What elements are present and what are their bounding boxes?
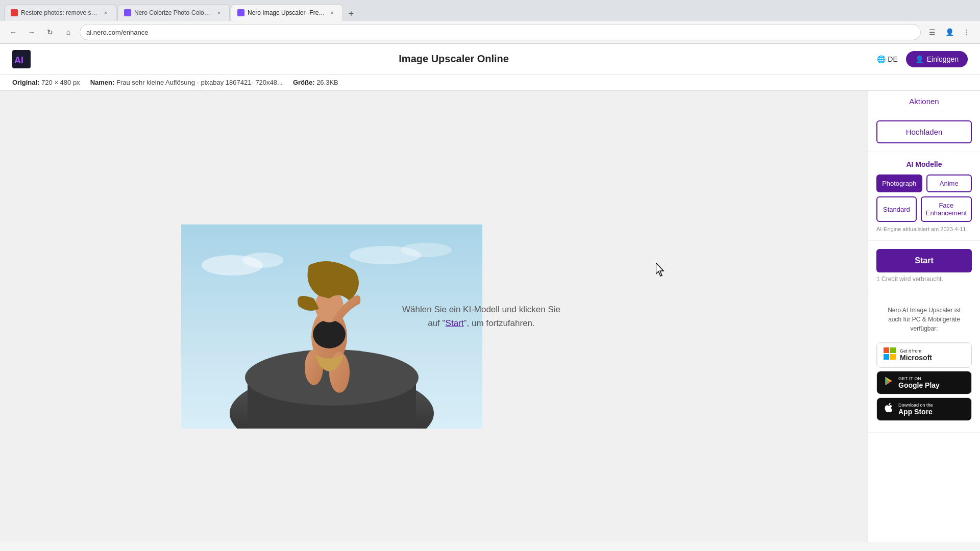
- google-play-icon: [883, 375, 894, 390]
- upload-section: Hochladen: [868, 112, 980, 152]
- browser-tab-3[interactable]: Nero Image Upscaler--Free Pho... ×: [231, 4, 343, 21]
- center-message-line1: Wählen Sie ein KI-Modell und klicken Sie: [402, 305, 560, 314]
- ai-models-title: AI Modelle: [876, 160, 972, 168]
- credit-note: 1 Credit wird verbraucht.: [876, 276, 972, 283]
- google-play-button[interactable]: GET IT ON Google Play: [876, 371, 972, 394]
- tab-close-2[interactable]: ×: [215, 9, 223, 17]
- svg-rect-18: [890, 354, 896, 360]
- center-message: Wählen Sie ein KI-Modell und klicken Sie…: [402, 303, 560, 330]
- profile-button[interactable]: 👤: [942, 25, 957, 39]
- language-button[interactable]: 🌐 DE: [877, 55, 897, 63]
- google-play-text: GET IT ON Google Play: [898, 376, 940, 389]
- size-label: Größe:: [293, 79, 315, 86]
- browser-chrome: Restore photos: remove scratch... × Nero…: [0, 0, 980, 44]
- tab-close-3[interactable]: ×: [328, 9, 336, 17]
- user-icon: 👤: [915, 55, 924, 63]
- main-content: Wählen Sie ein KI-Modell und klicken Sie…: [0, 91, 980, 542]
- login-button[interactable]: 👤 Einloggen: [906, 51, 968, 67]
- original-value: 720 × 480 px: [41, 79, 80, 86]
- extensions-button[interactable]: ☰: [925, 25, 939, 39]
- microsoft-store-small: Get it from: [900, 348, 932, 354]
- svg-rect-16: [890, 347, 896, 353]
- original-label: Original:: [12, 79, 39, 86]
- model-buttons-row2: Standard Face Enhancement: [876, 196, 972, 222]
- svg-point-13: [313, 320, 346, 348]
- app-title: Image Upscaler Online: [399, 53, 509, 65]
- model-face-enhancement-button[interactable]: Face Enhancement: [921, 196, 972, 222]
- tab-title-3: Nero Image Upscaler--Free Pho...: [248, 9, 325, 16]
- nero-logo-icon: AI: [12, 50, 31, 68]
- name-info: Namen: Frau sehr kleine Auflösung - pixa…: [90, 79, 283, 86]
- app-store-small: Download on the: [898, 403, 933, 408]
- microsoft-store-button[interactable]: Get it from Microsoft: [876, 342, 972, 368]
- browser-tab-2[interactable]: Nero Colorize Photo-Colorize Yo... ×: [117, 4, 230, 21]
- svg-rect-17: [884, 354, 889, 360]
- tab-favicon-2: [124, 9, 131, 16]
- reload-button[interactable]: ↻: [43, 25, 57, 39]
- app-store-inner: Download on the App Store: [877, 398, 971, 420]
- image-area: Wählen Sie ein KI-Modell und klicken Sie…: [0, 91, 868, 542]
- model-buttons-row1: Photograph Anime: [876, 174, 972, 192]
- logo-area: AI: [12, 50, 31, 68]
- back-button[interactable]: ←: [6, 25, 20, 39]
- svg-rect-15: [884, 347, 889, 353]
- tab-favicon-3: [237, 9, 244, 16]
- svg-point-12: [305, 349, 323, 385]
- mobile-promo-section: Nero AI Image Upscaler ist auch für PC &…: [868, 291, 980, 433]
- new-tab-button[interactable]: +: [344, 7, 358, 21]
- start-button[interactable]: Start: [876, 249, 972, 272]
- microsoft-store-large: Microsoft: [900, 354, 932, 362]
- microsoft-store-text: Get it from Microsoft: [900, 348, 932, 362]
- start-link[interactable]: Start: [446, 318, 464, 328]
- name-value: Frau sehr kleine Auflösung - pixabay 186…: [116, 79, 283, 86]
- tab-favicon-1: [11, 9, 18, 16]
- google-play-inner: GET IT ON Google Play: [877, 371, 971, 394]
- forward-button[interactable]: →: [24, 25, 39, 39]
- ai-engine-note: AI-Engine aktualisiert am 2023-4-11: [876, 226, 972, 232]
- size-info: Größe: 26.3KB: [293, 79, 338, 86]
- tab-bar: Restore photos: remove scratch... × Nero…: [0, 0, 980, 21]
- app-store-large: App Store: [898, 408, 933, 416]
- language-label: DE: [888, 55, 897, 63]
- microsoft-icon: [884, 347, 896, 363]
- mobile-promo-text: Nero AI Image Upscaler ist auch für PC &…: [876, 299, 972, 339]
- model-anime-button[interactable]: Anime: [926, 174, 972, 192]
- center-message-line2-suffix: ", um fortzufahren.: [463, 318, 534, 328]
- app-store-button[interactable]: Download on the App Store: [876, 397, 972, 421]
- google-play-small: GET IT ON: [898, 376, 940, 381]
- login-label: Einloggen: [927, 55, 959, 63]
- browser-tab-1[interactable]: Restore photos: remove scratch... ×: [4, 4, 116, 21]
- original-info: Original: 720 × 480 px: [12, 79, 80, 86]
- app-store-text: Download on the App Store: [898, 403, 933, 416]
- aktionen-title: Aktionen: [868, 91, 980, 112]
- center-message-line2-prefix: auf ": [428, 318, 445, 328]
- apple-icon: [883, 402, 894, 416]
- browser-icons: ☰ 👤 ⋮: [925, 25, 974, 39]
- model-photograph-button[interactable]: Photograph: [876, 174, 922, 192]
- sidebar: Aktionen Hochladen AI Modelle Photograph…: [868, 91, 980, 542]
- menu-button[interactable]: ⋮: [960, 25, 974, 39]
- name-label: Namen:: [90, 79, 115, 86]
- model-standard-button[interactable]: Standard: [876, 196, 917, 222]
- google-play-large: Google Play: [898, 381, 940, 389]
- tab-title-1: Restore photos: remove scratch...: [21, 9, 99, 16]
- info-bar: Original: 720 × 480 px Namen: Frau sehr …: [0, 74, 980, 91]
- start-section: Start 1 Credit wird verbraucht.: [868, 241, 980, 291]
- tab-close-1[interactable]: ×: [102, 9, 110, 17]
- header-right: 🌐 DE 👤 Einloggen: [877, 51, 968, 67]
- tab-title-2: Nero Colorize Photo-Colorize Yo...: [134, 9, 212, 16]
- home-button[interactable]: ⌂: [61, 25, 76, 39]
- address-input[interactable]: [80, 24, 921, 40]
- svg-text:AI: AI: [14, 55, 23, 65]
- svg-point-4: [242, 253, 283, 268]
- microsoft-store-inner: Get it from Microsoft: [877, 343, 971, 367]
- app-header: AI Image Upscaler Online 🌐 DE 👤 Einlogge…: [0, 44, 980, 74]
- address-bar-row: ← → ↻ ⌂ ☰ 👤 ⋮: [0, 21, 980, 43]
- globe-icon: 🌐: [877, 55, 886, 63]
- size-value: 26.3KB: [316, 79, 338, 86]
- upload-button[interactable]: Hochladen: [876, 120, 972, 143]
- ai-models-section: AI Modelle Photograph Anime Standard Fac…: [868, 152, 980, 241]
- svg-point-6: [401, 243, 452, 257]
